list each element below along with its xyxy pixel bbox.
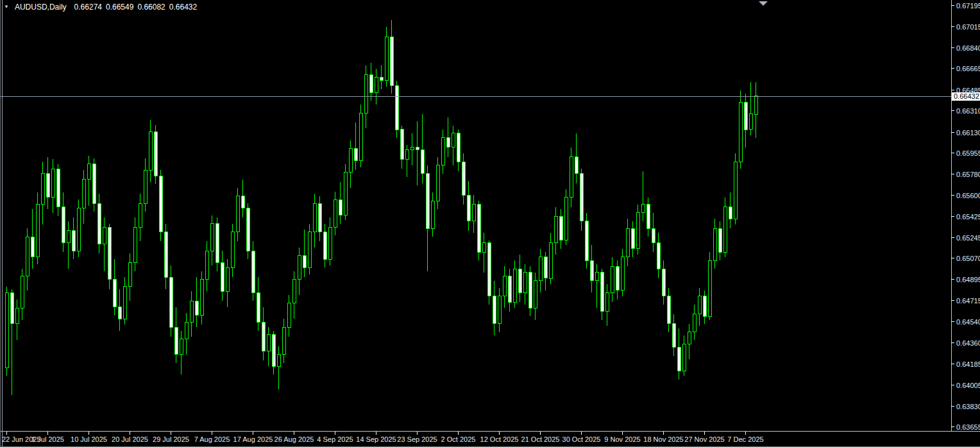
x-axis-label: 18 Nov 2025 xyxy=(643,435,683,443)
bull-candle xyxy=(534,281,537,308)
bear-candle xyxy=(354,149,357,161)
bear-candle xyxy=(487,242,491,296)
x-axis-label: 14 Sep 2025 xyxy=(356,435,396,443)
bear-candle xyxy=(518,269,521,292)
x-axis-label: 17 Aug 2025 xyxy=(233,435,273,443)
y-axis-label: 0.66130 xyxy=(956,129,980,137)
collapse-arrow-icon[interactable]: ▼ xyxy=(4,3,9,11)
bear-candle xyxy=(493,296,496,324)
bull-candle xyxy=(636,213,639,249)
bear-candle xyxy=(159,176,162,232)
bull-candle xyxy=(539,257,542,281)
mt4-chart-window: 0.671950.670150.668400.666650.664850.663… xyxy=(0,0,980,447)
x-axis-label: 27 Nov 2025 xyxy=(684,435,724,443)
bull-candle xyxy=(144,170,147,203)
x-axis-label: 9 Nov 2025 xyxy=(604,435,640,443)
bear-candle xyxy=(426,174,429,228)
bear-candle xyxy=(174,327,178,355)
bull-candle xyxy=(21,276,24,308)
bear-candle xyxy=(616,266,619,290)
bear-candle xyxy=(575,157,578,174)
bear-candle xyxy=(662,269,665,296)
bull-candle xyxy=(210,224,214,251)
bull-candle xyxy=(87,164,90,180)
y-axis-label: 0.64540 xyxy=(956,318,980,326)
bull-candle xyxy=(754,96,757,115)
bull-candle xyxy=(595,273,598,281)
y-axis-label: 0.66840 xyxy=(956,44,980,52)
bull-candle xyxy=(308,232,311,268)
current-price-label: 0.66432 xyxy=(952,92,980,101)
bear-candle xyxy=(508,276,511,302)
bull-candle xyxy=(621,257,624,291)
x-axis-label: 1 Jul 2025 xyxy=(31,435,64,443)
y-axis-label: 0.63655 xyxy=(956,423,980,431)
bull-candle xyxy=(123,287,126,319)
bull-candle xyxy=(226,267,229,291)
y-axis-label: 0.65955 xyxy=(956,149,980,157)
bear-candle xyxy=(446,138,450,148)
bull-candle xyxy=(682,344,686,371)
bull-candle xyxy=(359,113,362,160)
bear-candle xyxy=(251,251,255,292)
x-axis-label: 23 Sep 2025 xyxy=(397,435,437,443)
bull-candle xyxy=(749,114,752,130)
x-axis-label: 4 Sep 2025 xyxy=(317,435,353,443)
y-axis-label: 0.67195 xyxy=(956,2,980,10)
bull-candle xyxy=(570,157,573,198)
bull-candle xyxy=(739,102,742,162)
bull-candle xyxy=(554,216,557,242)
bull-candle xyxy=(298,256,301,280)
bear-candle xyxy=(600,273,604,312)
bear-candle xyxy=(646,205,650,228)
bull-candle xyxy=(498,296,501,324)
bull-candle xyxy=(688,332,691,344)
bear-candle xyxy=(631,228,634,249)
bull-candle xyxy=(513,269,516,302)
candlestick-chart[interactable]: 0.671950.670150.668400.666650.664850.663… xyxy=(0,0,980,447)
bear-candle xyxy=(718,228,722,252)
ohlc-close: 0.66432 xyxy=(169,3,197,12)
bull-candle xyxy=(734,162,737,219)
bear-candle xyxy=(467,195,470,221)
bull-candle xyxy=(313,203,316,232)
y-axis-label: 0.67015 xyxy=(956,23,980,31)
bull-candle xyxy=(641,205,645,213)
bull-candle xyxy=(231,232,234,268)
bear-candle xyxy=(416,148,419,150)
bear-candle xyxy=(421,150,424,174)
y-axis-label: 0.64715 xyxy=(956,297,980,305)
bear-candle xyxy=(528,273,532,308)
bull-candle xyxy=(364,75,368,113)
bull-candle xyxy=(385,37,388,81)
bull-candle xyxy=(723,207,727,253)
x-axis-label: 2 Oct 2025 xyxy=(441,435,476,443)
bull-candle xyxy=(67,231,70,243)
bear-candle xyxy=(108,227,111,280)
bull-candle xyxy=(200,280,203,316)
y-axis-label: 0.64005 xyxy=(956,382,980,389)
bear-candle xyxy=(246,208,249,251)
bull-candle xyxy=(26,237,29,276)
y-axis-label: 0.65070 xyxy=(956,255,980,262)
bull-candle xyxy=(77,208,80,251)
bear-candle xyxy=(215,224,219,263)
y-axis-label: 0.66310 xyxy=(956,107,980,115)
bull-candle xyxy=(82,180,85,208)
bull-candle xyxy=(277,355,280,367)
bull-candle xyxy=(139,203,142,227)
bear-candle xyxy=(169,277,173,327)
bull-candle xyxy=(36,205,39,257)
bull-candle xyxy=(344,173,347,215)
bull-candle xyxy=(267,334,270,351)
bear-candle xyxy=(323,232,326,260)
bear-candle xyxy=(369,75,373,93)
bull-candle xyxy=(693,314,696,332)
bear-candle xyxy=(729,207,732,219)
bear-candle xyxy=(657,242,660,269)
bear-candle xyxy=(703,296,706,317)
bull-candle xyxy=(190,301,193,322)
bull-candle xyxy=(180,339,183,355)
x-axis-label: 30 Oct 2025 xyxy=(562,435,601,443)
chart-shift-triangle-icon[interactable] xyxy=(759,1,768,6)
